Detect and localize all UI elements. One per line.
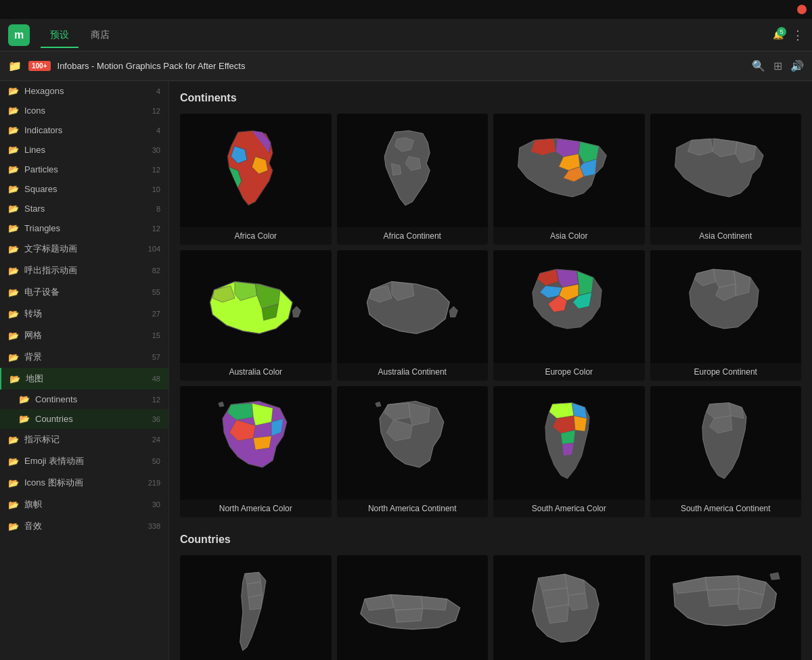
asia-continent-label: Asia Continent — [650, 227, 802, 245]
folder-icon: 📂 — [8, 125, 19, 135]
grid-item-southam-continent[interactable]: South America Continent — [650, 386, 802, 517]
asia-continent-thumb — [650, 114, 802, 227]
canada-thumb — [650, 555, 802, 660]
sidebar-item-grid[interactable]: 📂 网格 15 — [0, 325, 168, 346]
folder-icon: 📂 — [8, 145, 19, 155]
asia-color-thumb — [493, 114, 645, 227]
grid-item-asia-color[interactable]: Asia Color — [493, 114, 645, 245]
africa-continent-thumb — [337, 114, 489, 227]
sidebar-item-squares[interactable]: 📂 Squares 10 — [0, 179, 168, 199]
folder-icon: 📂 — [19, 414, 30, 424]
grid-item-europe-continent[interactable]: Europe Continent — [650, 250, 802, 381]
search-icon[interactable]: 🔍 — [752, 60, 765, 72]
grid-item-canada[interactable]: Canada Map — [650, 555, 802, 660]
grid-item-australia-continent[interactable]: Australia Continent — [337, 250, 489, 381]
grid-item-brazil[interactable]: Brazil Map — [493, 555, 645, 660]
topnav-right: 🔔 5 ⋮ — [773, 28, 804, 43]
folder-icon: 📂 — [8, 435, 19, 445]
grid-view-icon[interactable]: ⊞ — [773, 60, 782, 72]
sidebar-item-text-anim[interactable]: 📂 文字标题动画 104 — [0, 238, 168, 260]
close-button[interactable] — [797, 5, 807, 14]
africa-color-thumb — [180, 114, 332, 227]
folder-icon: 📂 — [9, 374, 20, 384]
grid-item-northam-continent[interactable]: North America Continent — [337, 386, 489, 517]
titlebar — [0, 0, 812, 19]
grid-item-northam-color[interactable]: North America Color — [180, 386, 332, 517]
sidebar-item-countries[interactable]: 📂 Countries 36 — [0, 409, 168, 429]
folder-icon: 📂 — [8, 287, 19, 298]
grid-item-africa-continent[interactable]: Africa Continent — [337, 114, 489, 245]
folder-icon[interactable]: 📁 — [8, 60, 22, 72]
grid-item-australia-color[interactable]: Australia Color — [180, 250, 332, 381]
sidebar-item-triangles[interactable]: 📂 Triangles 12 — [0, 218, 168, 238]
sidebar-item-electronics[interactable]: 📂 电子设备 55 — [0, 281, 168, 303]
pack-logo: 100+ — [28, 61, 51, 71]
toolbar: 📁 100+ Infobars - Motion Graphics Pack f… — [0, 51, 812, 81]
southam-color-thumb — [493, 386, 645, 500]
sidebar-item-stars[interactable]: 📂 Stars 8 — [0, 199, 168, 218]
nav-tabs: 预设 商店 — [41, 25, 119, 45]
grid-item-asia-continent[interactable]: Asia Continent — [650, 114, 802, 245]
sidebar-item-indicators[interactable]: 📂 Indicators 4 — [0, 120, 168, 140]
folder-icon: 📂 — [8, 164, 19, 174]
sidebar-item-flags[interactable]: 📂 旗帜 30 — [0, 494, 168, 515]
sidebar-item-emoji[interactable]: 📂 Emoji 表情动画 50 — [0, 450, 168, 472]
folder-icon: 📂 — [8, 223, 19, 233]
grid-item-europe-color[interactable]: Europe Color — [493, 250, 645, 381]
sidebar-item-continents[interactable]: 📂 Continents 12 — [0, 390, 168, 409]
sidebar-item-sfx[interactable]: 📂 音效 338 — [0, 515, 168, 537]
folder-icon: 📂 — [8, 266, 19, 276]
countries-section-title: Countries — [180, 534, 801, 546]
australia-continent-thumb — [337, 250, 489, 364]
northam-color-thumb — [180, 386, 332, 500]
folder-icon: 📂 — [8, 105, 19, 116]
africa-color-label: Africa Color — [180, 227, 332, 245]
toolbar-actions: 🔍 ⊞ 🔊 — [752, 60, 804, 72]
southam-continent-label: South America Continent — [650, 500, 802, 517]
app-logo: m — [8, 24, 30, 46]
notification-button[interactable]: 🔔 5 — [773, 30, 784, 40]
northam-color-label: North America Color — [180, 500, 332, 517]
notification-badge: 5 — [777, 27, 786, 37]
sidebar-item-icons2[interactable]: 📂 Icons 图标动画 219 — [0, 472, 168, 494]
folder-icon: 📂 — [8, 86, 19, 96]
australia-color-thumb — [180, 250, 332, 364]
tab-presets[interactable]: 预设 — [41, 25, 78, 45]
folder-icon: 📂 — [8, 309, 19, 319]
folder-icon: 📂 — [8, 521, 19, 532]
content-area: Continents Africa Color — [169, 81, 812, 660]
sidebar-item-particles[interactable]: 📂 Particles 12 — [0, 160, 168, 179]
folder-icon: 📂 — [8, 456, 19, 467]
grid-item-argentina[interactable]: Argentina Map — [180, 555, 332, 660]
sidebar-item-background[interactable]: 📂 背景 57 — [0, 346, 168, 368]
sidebar-item-call-anim[interactable]: 📂 呼出指示动画 82 — [0, 260, 168, 281]
sidebar-item-markers[interactable]: 📂 指示标记 24 — [0, 429, 168, 450]
folder-icon: 📂 — [8, 478, 19, 488]
europe-continent-label: Europe Continent — [650, 363, 802, 381]
sidebar: 📂 Hexagons 4 📂 Icons 12 📂 Indicators 4 📂… — [0, 81, 169, 660]
argentina-thumb — [180, 555, 332, 660]
topnav: m 预设 商店 🔔 5 ⋮ — [0, 19, 812, 51]
grid-item-africa-color[interactable]: Africa Color — [180, 114, 332, 245]
pack-title: Infobars - Motion Graphics Pack for Afte… — [58, 61, 745, 71]
more-menu-button[interactable]: ⋮ — [792, 28, 804, 43]
southam-continent-thumb — [650, 386, 802, 500]
grid-item-austria[interactable]: Austria Map — [337, 555, 489, 660]
continents-grid: Africa Color Africa Continent — [180, 114, 801, 517]
sidebar-item-icons[interactable]: 📂 Icons 12 — [0, 101, 168, 120]
sidebar-item-transitions[interactable]: 📂 转场 27 — [0, 303, 168, 325]
folder-icon: 📂 — [8, 352, 19, 362]
grid-item-southam-color[interactable]: South America Color — [493, 386, 645, 517]
sidebar-item-lines[interactable]: 📂 Lines 30 — [0, 140, 168, 160]
asia-color-label: Asia Color — [493, 227, 645, 245]
folder-icon: 📂 — [8, 500, 19, 510]
brazil-thumb — [493, 555, 645, 660]
sidebar-item-hexagons[interactable]: 📂 Hexagons 4 — [0, 81, 168, 101]
continents-section-title: Continents — [180, 92, 801, 104]
folder-icon: 📂 — [8, 244, 19, 254]
main-layout: 📂 Hexagons 4 📂 Icons 12 📂 Indicators 4 📂… — [0, 81, 812, 660]
countries-grid: Argentina Map Austria Map — [180, 555, 801, 660]
tab-store[interactable]: 商店 — [81, 25, 119, 45]
sound-icon[interactable]: 🔊 — [790, 60, 804, 72]
sidebar-item-maps[interactable]: 📂 地图 48 — [0, 368, 168, 390]
